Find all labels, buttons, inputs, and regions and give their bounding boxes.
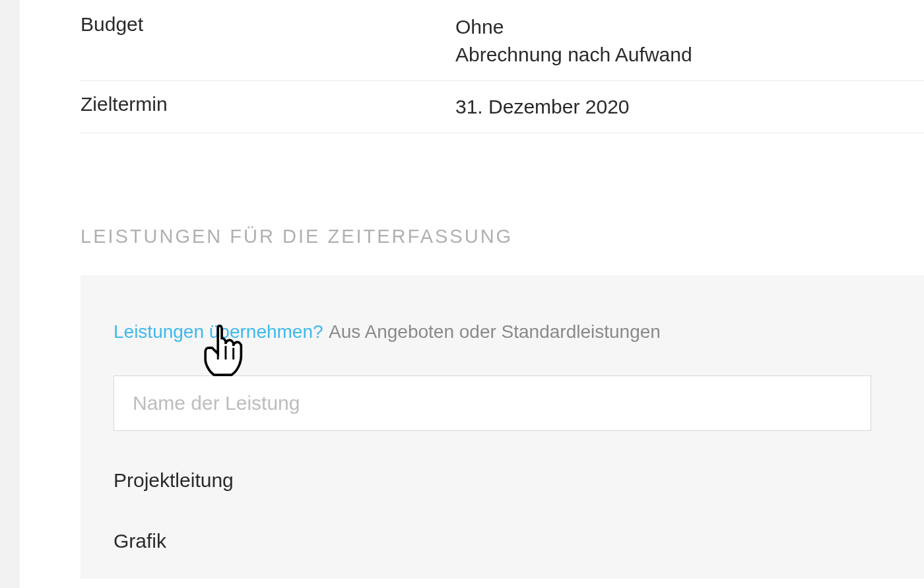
service-item[interactable]: Grafik	[114, 530, 891, 552]
main-panel: Budget Ohne Abrechnung nach Aufwand Ziel…	[20, 0, 924, 588]
services-section-heading: LEISTUNGEN FÜR DIE ZEITERFASSUNG	[20, 226, 924, 247]
services-panel: Leistungen übernehmen? Aus Angeboten ode…	[81, 275, 924, 579]
deadline-value: 31. Dezember 2020	[455, 93, 630, 121]
deadline-row: Zieltermin 31. Dezember 2020	[81, 81, 924, 133]
budget-value: Ohne Abrechnung nach Aufwand	[455, 13, 692, 69]
budget-row: Budget Ohne Abrechnung nach Aufwand	[81, 0, 924, 81]
service-item[interactable]: Projektleitung	[114, 469, 891, 492]
service-name-input[interactable]	[114, 376, 871, 431]
deadline-label: Zieltermin	[81, 93, 455, 121]
budget-value-line1: Ohne	[455, 13, 692, 41]
budget-label: Budget	[81, 13, 455, 69]
budget-value-line2: Abrechnung nach Aufwand	[455, 41, 692, 69]
import-services-row: Leistungen übernehmen? Aus Angeboten ode…	[114, 321, 891, 343]
project-info-section: Budget Ohne Abrechnung nach Aufwand Ziel…	[20, 0, 924, 133]
import-services-description: Aus Angeboten oder Standardleistungen	[329, 321, 661, 342]
import-services-link[interactable]: Leistungen übernehmen?	[114, 321, 323, 342]
